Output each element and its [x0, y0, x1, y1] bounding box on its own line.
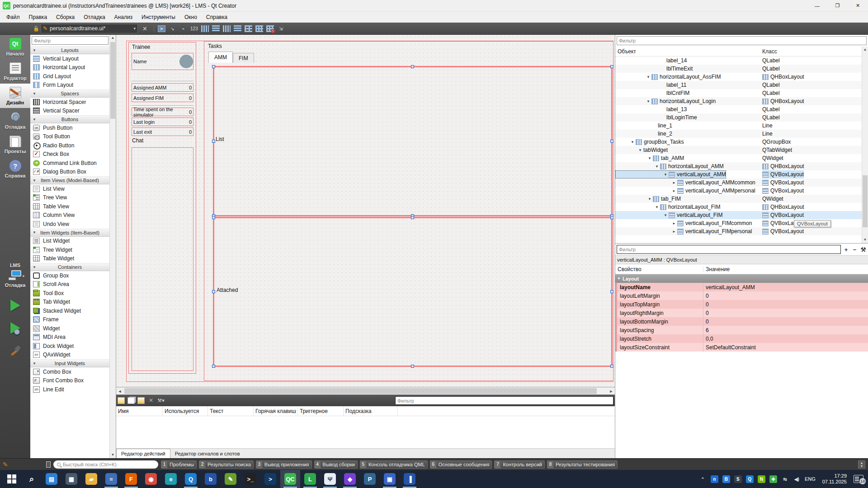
output-pane-2[interactable]: 2Результаты поиска	[199, 460, 254, 469]
selection-handle[interactable]	[610, 65, 613, 68]
run-button[interactable]	[10, 300, 20, 311]
tree-row-horizontalLayout_AssFIM[interactable]: ▾horizontalLayout_AssFIMQHBoxLayout	[615, 73, 868, 81]
property-row-layoutRightMargin[interactable]: layoutRightMargin0	[615, 309, 868, 317]
build-button[interactable]	[9, 345, 21, 357]
selection-handle[interactable]	[212, 140, 215, 143]
purple-ide-app[interactable]: ◆	[340, 470, 360, 488]
property-value[interactable]: 0	[703, 300, 868, 309]
object-column-header[interactable]: Объект	[615, 48, 762, 55]
copy-action-icon[interactable]	[127, 397, 135, 404]
scroll-left-icon[interactable]: ◄	[116, 388, 123, 394]
output-pane-3[interactable]: 3Вывод приложения	[256, 460, 312, 469]
menu-debug[interactable]: Отладка	[79, 13, 109, 22]
notification-center-icon[interactable]: 14	[854, 475, 863, 483]
adjust-size-icon[interactable]: ⇲	[277, 25, 285, 32]
tree-row-verticalLayout_AMMcommon[interactable]: ▸verticalLayout_AMMcommonQVBoxLayout	[615, 178, 868, 187]
tree-row-label_13[interactable]: label_13QLabel	[615, 105, 868, 113]
break-layout-icon[interactable]	[266, 25, 274, 32]
expander-closed-icon[interactable]: ▸	[671, 180, 677, 185]
selection-handle[interactable]	[212, 365, 215, 368]
widget-item-table-widget[interactable]: Table Widget	[30, 254, 109, 263]
tray-defender-icon[interactable]: ✚	[769, 475, 777, 483]
firefox-browser[interactable]: F	[121, 470, 141, 488]
edit-widgets-icon[interactable]: ➤	[158, 25, 165, 32]
scroll-down-icon[interactable]: ▼	[862, 237, 868, 243]
qt-creator[interactable]: QC	[280, 470, 300, 488]
widget-item-command-link-button[interactable]: ➜Command Link Button	[30, 159, 109, 168]
widget-item-tool-button[interactable]: Tool Button	[30, 132, 109, 141]
kit-selector[interactable]: LMS▸Отладка	[0, 263, 30, 288]
tree-row-label_14[interactable]: label_14QLabel	[615, 56, 868, 65]
action-filter-input[interactable]: Фильтр	[395, 396, 613, 405]
object-filter-input[interactable]: Фильтр	[617, 36, 867, 45]
tray-store-icon[interactable]: n	[711, 475, 718, 483]
widget-item-column-view[interactable]: Column View	[30, 211, 109, 220]
value-column-header[interactable]: Значение	[703, 266, 730, 272]
property-value[interactable]: 6	[703, 326, 868, 334]
tray-q-app-icon[interactable]: Q	[746, 475, 754, 483]
tree-row-verticalLayout_FIMpersonal[interactable]: ▸verticalLayout_FIMpersonalQVBoxLayout	[615, 227, 868, 235]
start-button[interactable]	[2, 470, 22, 488]
widget-item-dock-widget[interactable]: Dock Widget	[30, 342, 109, 351]
menu-build[interactable]: Сборка	[52, 13, 79, 22]
widget-item-scroll-area[interactable]: Scroll Area	[30, 280, 109, 289]
mode-проекты[interactable]: Проекты	[0, 132, 30, 157]
expander-open-icon[interactable]: ▾	[662, 172, 669, 177]
expander-open-icon[interactable]: ▾	[646, 197, 653, 201]
tree-row-tabWidget[interactable]: ▾tabWidgetQTabWidget	[615, 146, 868, 154]
widget-item-dialog-button-box[interactable]: ✓✗Dialog Button Box	[30, 168, 109, 177]
tree-row-verticalLayout_AMMpersonal[interactable]: ▸verticalLayout_AMMpersonalQVBoxLayout	[615, 187, 868, 195]
property-row-layoutSizeConstraint[interactable]: layoutSizeConstraintSetDefaultConstraint	[615, 343, 868, 352]
q-viewer-app[interactable]: Q	[181, 470, 201, 488]
lock-icon[interactable]: 🔓	[32, 26, 41, 32]
layout-horizontally-icon[interactable]	[201, 25, 209, 32]
field-row-assigned-fim[interactable]: Assigned FIM0	[132, 94, 193, 102]
list-layout-region[interactable]: List	[213, 66, 613, 216]
tab-fim[interactable]: FIM	[233, 53, 254, 63]
expander-closed-icon[interactable]: ▸	[671, 229, 677, 234]
tree-row-line_2[interactable]: line_2Line	[615, 130, 868, 138]
expander-closed-icon[interactable]: ▸	[671, 221, 677, 225]
paste-action-icon[interactable]	[137, 397, 145, 404]
expander-open-icon[interactable]: ▾	[637, 148, 643, 152]
taskbar-clock[interactable]: 17:29 07.11.2025	[820, 473, 849, 485]
layout-vertically-icon[interactable]	[212, 25, 220, 32]
action-column-горячая-клавиш[interactable]: Горячая клавиш	[254, 406, 298, 416]
panel-app[interactable]: ▐	[400, 470, 420, 488]
trainee-groupbox[interactable]: Trainee Name Assigned AMM0Assigned FIM0 …	[128, 42, 196, 374]
property-value[interactable]: verticalLayout_AMM	[703, 283, 868, 291]
menu-edit[interactable]: Правка	[24, 13, 52, 22]
expander-open-icon[interactable]: ▾	[646, 156, 653, 160]
tree-row-lblTimeExit[interactable]: lblTimeExitQLabel	[615, 65, 868, 73]
tray-volume-icon[interactable]: ◀)	[793, 475, 801, 483]
selection-handle[interactable]	[411, 216, 414, 219]
output-pane-5[interactable]: 5Консоль отладчика QML	[360, 460, 428, 469]
widget-item-tree-view[interactable]: Tree View	[30, 193, 109, 202]
output-pane-8[interactable]: 8Результаты тестирования	[547, 460, 618, 469]
menu-tools[interactable]: Инструменты	[137, 13, 180, 22]
widgetbox-category-item-widgets-item-based-[interactable]: ▼Item Widgets (Item-Based)	[30, 229, 109, 237]
selection-handle[interactable]	[212, 290, 215, 293]
locator-search-input[interactable]: Быстрый поиск (Ctrl+K)	[53, 460, 158, 469]
widgetbox-category-containers[interactable]: ▼Containers	[30, 263, 109, 271]
selection-handle[interactable]	[610, 290, 613, 293]
widgetbox-category-buttons[interactable]: ▼Buttons	[30, 115, 109, 123]
powershell[interactable]: >	[260, 470, 280, 488]
new-action-icon[interactable]	[118, 397, 125, 404]
widget-item-horizontal-layout[interactable]: Horizontal Layout	[30, 63, 109, 72]
widget-item-font-combo-box[interactable]: FFont Combo Box	[30, 376, 109, 385]
selection-handle[interactable]	[212, 65, 215, 68]
taskbar-search[interactable]: ⌕	[22, 470, 42, 488]
property-value[interactable]: 0	[703, 309, 868, 317]
action-table-body[interactable]	[116, 416, 615, 448]
menu-window[interactable]: Окно	[180, 13, 202, 22]
bottom-tab-action-editor[interactable]: Редактор действий	[116, 449, 170, 458]
widget-item-undo-view[interactable]: Undo View	[30, 220, 109, 229]
scroll-up-icon[interactable]: ▲	[110, 35, 116, 41]
widget-item-list-widget[interactable]: List Widget	[30, 237, 109, 246]
widget-item-tool-box[interactable]: Tool Box	[30, 289, 109, 298]
calculator-app[interactable]: ▦	[61, 470, 81, 488]
widget-item-qaxwidget[interactable]: axQAxWidget	[30, 351, 109, 360]
widget-item-tree-widget[interactable]: Tree Widget	[30, 245, 109, 254]
widgetbox-category-input-widgets[interactable]: ▼Input Widgets	[30, 359, 109, 367]
